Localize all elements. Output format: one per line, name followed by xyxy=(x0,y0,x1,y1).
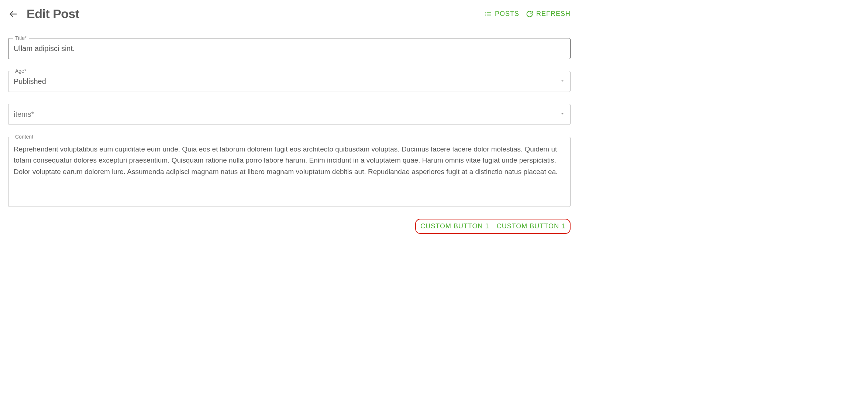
items-field: items* xyxy=(8,104,571,125)
page-header: Edit Post POSTS REFRESH xyxy=(8,7,571,21)
svg-rect-6 xyxy=(487,16,491,16)
content-textarea[interactable] xyxy=(8,137,570,205)
svg-point-2 xyxy=(485,13,486,14)
header-left: Edit Post xyxy=(8,7,79,21)
posts-label: POSTS xyxy=(495,10,519,18)
title-field: Title* xyxy=(8,38,571,59)
content-label: Content xyxy=(13,134,35,140)
custom-button-1[interactable]: CUSTOM BUTTON 1 xyxy=(420,222,489,230)
back-button[interactable] xyxy=(8,9,18,19)
title-input[interactable] xyxy=(8,38,570,59)
refresh-icon xyxy=(526,10,533,18)
items-select[interactable]: items* xyxy=(8,104,570,125)
age-field: Age* Published xyxy=(8,71,571,92)
svg-point-3 xyxy=(485,15,486,16)
footer-highlight-box: CUSTOM BUTTON 1 CUSTOM BUTTON 1 xyxy=(415,219,571,234)
svg-rect-4 xyxy=(487,12,491,13)
page-title: Edit Post xyxy=(27,7,79,21)
age-label: Age* xyxy=(13,68,28,74)
title-label: Title* xyxy=(13,35,29,41)
header-right: POSTS REFRESH xyxy=(485,10,571,18)
age-value: Published xyxy=(14,77,46,86)
form: Title* Age* Published items* xyxy=(8,38,571,207)
age-select[interactable]: Published xyxy=(8,71,570,92)
caret-down-icon xyxy=(560,78,565,85)
custom-button-2[interactable]: CUSTOM BUTTON 1 xyxy=(497,222,565,230)
content-field: Content xyxy=(8,137,571,207)
arrow-left-icon xyxy=(8,9,18,19)
footer: CUSTOM BUTTON 1 CUSTOM BUTTON 1 xyxy=(8,219,571,234)
svg-point-1 xyxy=(485,11,486,13)
posts-link[interactable]: POSTS xyxy=(485,10,519,18)
caret-down-icon xyxy=(560,111,565,118)
items-placeholder: items* xyxy=(14,110,34,119)
list-icon xyxy=(485,10,492,18)
refresh-button[interactable]: REFRESH xyxy=(526,10,571,18)
svg-rect-5 xyxy=(487,14,491,14)
refresh-label: REFRESH xyxy=(536,10,571,18)
